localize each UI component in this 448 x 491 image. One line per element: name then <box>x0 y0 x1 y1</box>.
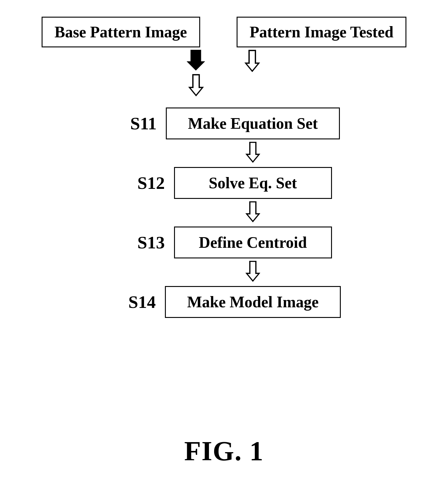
down-arrow-s11-icon <box>243 142 263 165</box>
step-s14-box: Make Model Image <box>165 286 341 318</box>
step-s12-row: S12 Solve Eq. Set <box>0 167 448 199</box>
arrow-s11-s12 <box>185 142 263 165</box>
figure-label: FIG. 1 <box>184 435 264 467</box>
arrow-s13-s14 <box>185 261 263 284</box>
arrow-s12-s13 <box>185 201 263 224</box>
step-s13-row: S13 Define Centroid <box>0 227 448 258</box>
pattern-image-tested-box: Pattern Image Tested <box>237 17 407 47</box>
step-s14-row: S14 Make Model Image <box>0 286 448 318</box>
base-pattern-image-box: Base Pattern Image <box>42 17 200 47</box>
top-input-row: Base Pattern Image Pattern Image Tested <box>42 17 407 47</box>
arrow-from-base <box>186 50 206 98</box>
down-arrow-base-icon2 <box>186 74 206 98</box>
step-s12-box: Solve Eq. Set <box>174 167 332 199</box>
step-s13-box: Define Centroid <box>174 227 332 258</box>
step-s11-row: S11 Make Equation Set <box>0 107 448 139</box>
down-arrow-s12-icon <box>243 201 263 224</box>
down-arrow-s13-icon <box>243 261 263 284</box>
down-arrow-tested-icon <box>242 50 262 74</box>
arrow-from-tested <box>242 50 262 74</box>
step-s12-label: S12 <box>116 173 165 193</box>
step-s11-box: Make Equation Set <box>166 107 340 139</box>
top-arrows-row <box>186 50 262 98</box>
step-s13-label: S13 <box>116 232 165 253</box>
down-arrow-base-icon <box>187 50 205 74</box>
diagram-container: Base Pattern Image Pattern Image Tested <box>0 0 448 491</box>
step-s14-label: S14 <box>107 292 156 312</box>
svg-marker-0 <box>187 50 205 70</box>
step-s11-label: S11 <box>108 113 157 134</box>
